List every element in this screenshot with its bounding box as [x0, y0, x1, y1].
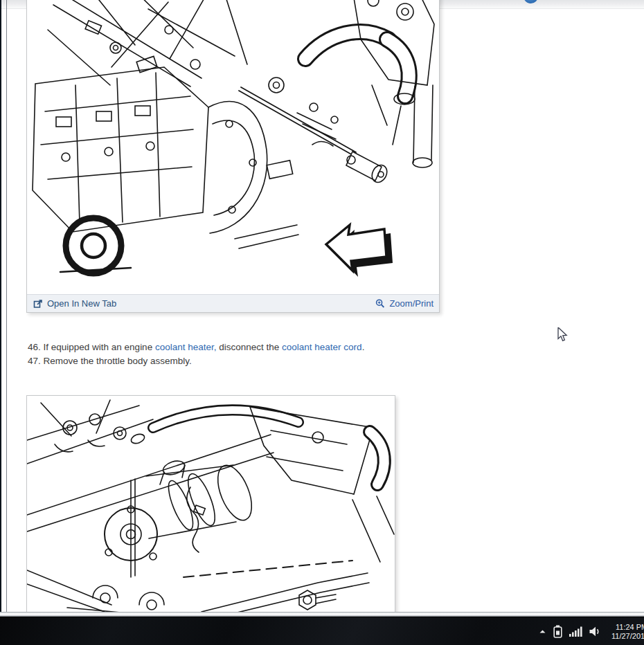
zoom-in-icon: [375, 299, 385, 309]
network-signal-icon[interactable]: [569, 626, 582, 637]
window-bottom-edge: [0, 612, 644, 617]
window-left-border: [0, 0, 7, 617]
taskbar-clock[interactable]: 11:24 PM 11/27/201: [611, 623, 644, 641]
coolant-heater-cord-link[interactable]: coolant heater cord: [282, 342, 362, 352]
engine-diagram-1: [27, 0, 439, 294]
step-46: 46. If equipped with an engine coolant h…: [28, 340, 471, 354]
zoom-print-link[interactable]: Zoom/Print: [375, 298, 433, 309]
zoom-print-label: Zoom/Print: [389, 298, 433, 309]
volume-icon[interactable]: [589, 626, 600, 637]
open-in-new-tab-icon: [33, 299, 43, 309]
step-46-tail: .: [362, 342, 365, 352]
show-hidden-icons-chevron-icon[interactable]: [539, 629, 546, 634]
coolant-heater-link[interactable]: coolant heater,: [155, 342, 217, 352]
clock-time: 11:24 PM: [611, 623, 644, 632]
figure-card-starter: [26, 395, 395, 613]
battery-icon[interactable]: [553, 625, 562, 638]
figure-toolbar: Open In New Tab Zoom/Print: [27, 294, 439, 312]
step-47: 47. Remove the throttle body assembly.: [28, 354, 471, 368]
page-content: Open In New Tab Zoom/Print 46. If equipp…: [0, 0, 644, 613]
taskbar[interactable]: 11:24 PM 11/27/201: [0, 617, 644, 645]
mouse-cursor-icon: [557, 327, 569, 345]
open-in-new-tab-label: Open In New Tab: [47, 298, 116, 309]
step-46-middle: disconnect the: [216, 342, 282, 352]
clock-date: 11/27/201: [611, 632, 644, 641]
engine-diagram-2: [27, 396, 395, 613]
step-46-text: 46. If equipped with an engine: [28, 342, 155, 352]
system-tray: 11:24 PM 11/27/201: [539, 617, 644, 645]
open-in-new-tab-link[interactable]: Open In New Tab: [33, 298, 116, 309]
figure-card-throttle-body: Open In New Tab Zoom/Print: [26, 0, 440, 313]
procedure-steps: 46. If equipped with an engine coolant h…: [28, 340, 471, 368]
window-border-highlight: [6, 0, 6, 617]
